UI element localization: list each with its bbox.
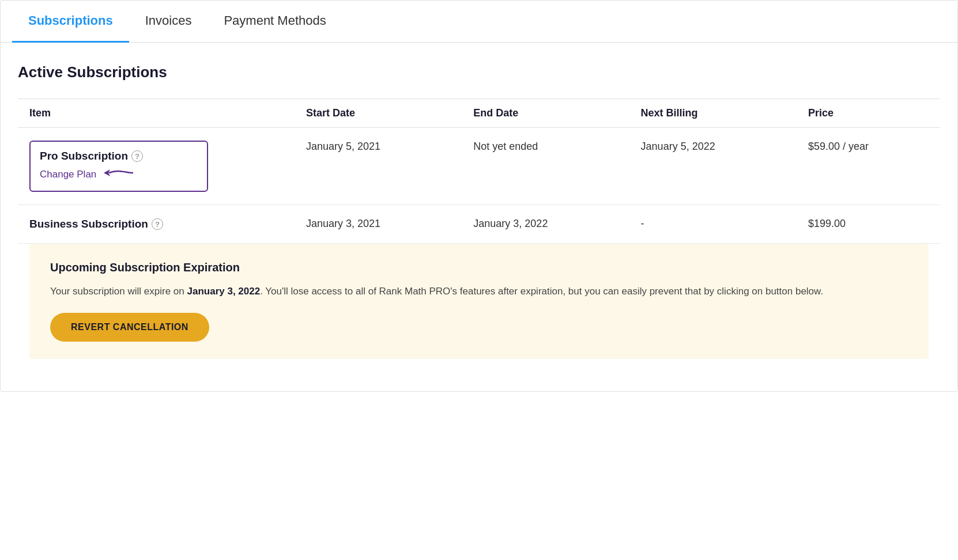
section-title: Active Subscriptions bbox=[18, 63, 940, 81]
expiration-notice-text: Your subscription will expire on January… bbox=[50, 283, 908, 299]
page-container: Subscriptions Invoices Payment Methods A… bbox=[0, 0, 958, 392]
business-subscription-item-cell: Business Subscription ? bbox=[18, 205, 295, 244]
business-end-date: January 3, 2022 bbox=[462, 205, 629, 244]
main-content: Active Subscriptions Item Start Date End… bbox=[1, 43, 957, 391]
expiration-notice-cell: Upcoming Subscription Expiration Your su… bbox=[18, 244, 940, 371]
pro-end-date: Not yet ended bbox=[462, 128, 629, 205]
expiration-notice: Upcoming Subscription Expiration Your su… bbox=[29, 244, 929, 359]
tab-invoices[interactable]: Invoices bbox=[129, 1, 208, 43]
pro-subscription-label: Pro Subscription bbox=[40, 150, 128, 162]
expiration-notice-wrapper: Upcoming Subscription Expiration Your su… bbox=[18, 244, 940, 370]
subscriptions-table: Item Start Date End Date Next Billing Pr… bbox=[18, 99, 940, 370]
pro-subscription-highlight-box: Pro Subscription ? Change Plan bbox=[29, 141, 208, 192]
table-row: Pro Subscription ? Change Plan bbox=[18, 128, 940, 205]
expiration-notice-row: Upcoming Subscription Expiration Your su… bbox=[18, 244, 940, 371]
change-plan-row: Change Plan bbox=[40, 166, 198, 183]
expiration-text-before: Your subscription will expire on bbox=[50, 286, 187, 297]
business-subscription-label: Business Subscription bbox=[29, 218, 148, 230]
business-subscription-name: Business Subscription ? bbox=[29, 218, 283, 230]
col-header-item: Item bbox=[18, 99, 295, 128]
pro-subscription-name: Pro Subscription ? bbox=[40, 150, 198, 162]
tab-payment-methods[interactable]: Payment Methods bbox=[208, 1, 342, 43]
pro-next-billing: January 5, 2022 bbox=[629, 128, 797, 205]
change-plan-link[interactable]: Change Plan bbox=[40, 169, 96, 180]
expiration-date: January 3, 2022 bbox=[187, 286, 261, 297]
expiration-notice-title: Upcoming Subscription Expiration bbox=[50, 261, 908, 274]
business-next-billing: - bbox=[629, 205, 797, 244]
business-start-date: January 3, 2021 bbox=[295, 205, 462, 244]
pro-start-date: January 5, 2021 bbox=[295, 128, 462, 205]
pro-price: $59.00 / year bbox=[797, 128, 940, 205]
expiration-text-after: . You'll lose access to all of Rank Math… bbox=[260, 286, 823, 297]
business-price: $199.00 bbox=[797, 205, 940, 244]
tab-subscriptions[interactable]: Subscriptions bbox=[12, 1, 129, 43]
table-row: Business Subscription ? January 3, 2021 … bbox=[18, 205, 940, 244]
pro-subscription-item-cell: Pro Subscription ? Change Plan bbox=[18, 128, 295, 205]
arrow-left-icon bbox=[102, 166, 134, 183]
pro-subscription-help-icon[interactable]: ? bbox=[131, 150, 143, 162]
business-subscription-help-icon[interactable]: ? bbox=[152, 218, 163, 230]
tabs-bar: Subscriptions Invoices Payment Methods bbox=[1, 1, 957, 43]
col-header-end-date: End Date bbox=[462, 99, 629, 128]
revert-cancellation-button[interactable]: REVERT CANCELLATION bbox=[50, 313, 209, 342]
col-header-next-billing: Next Billing bbox=[629, 99, 797, 128]
col-header-start-date: Start Date bbox=[295, 99, 462, 128]
col-header-price: Price bbox=[797, 99, 940, 128]
